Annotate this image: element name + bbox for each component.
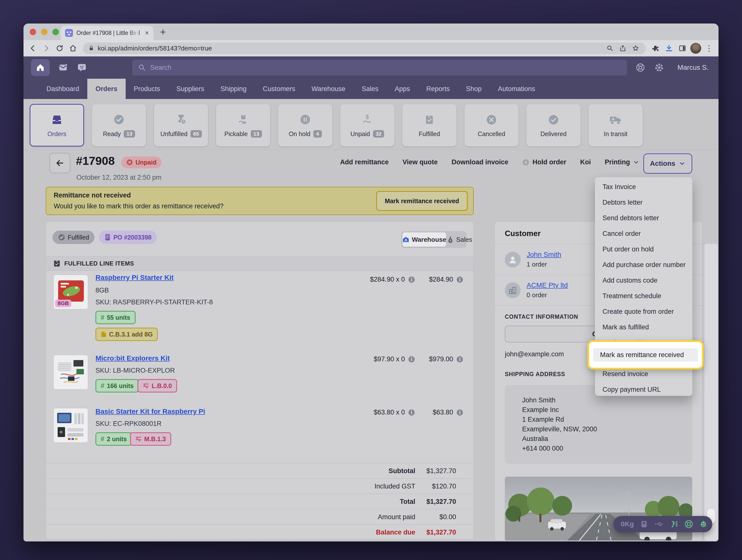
product-link[interactable]: Raspberry Pi Starter Kit bbox=[96, 274, 174, 282]
mark-remittance-received-button[interactable]: Mark remittance received bbox=[376, 191, 468, 211]
box-check-icon bbox=[424, 113, 435, 125]
browser-menu-icon[interactable]: ⋮ bbox=[704, 44, 714, 53]
nav-dashboard[interactable]: Dashboard bbox=[38, 79, 87, 99]
forward-icon[interactable] bbox=[41, 43, 52, 54]
address-bar[interactable]: koi.app/admin/orders/58143?demo=true bbox=[83, 43, 646, 54]
highlighted-menu-item-mark-as-remittance-received[interactable]: Mark as remittance received bbox=[593, 348, 698, 362]
browser-profile-avatar[interactable] bbox=[690, 43, 701, 54]
product-link[interactable]: Micro:bit Explorers Kit bbox=[96, 354, 170, 362]
nav-reports[interactable]: Reports bbox=[418, 79, 458, 99]
home-icon[interactable] bbox=[67, 43, 78, 54]
filter-in-transit[interactable]: In transit bbox=[588, 104, 643, 147]
nav-customers[interactable]: Customers bbox=[255, 79, 304, 99]
location-badge[interactable]: M.B.1.3 bbox=[130, 432, 171, 446]
filter-on-hold[interactable]: On hold 4 bbox=[278, 104, 332, 147]
maximize-window-button[interactable] bbox=[52, 29, 59, 35]
printing-dropdown[interactable]: Printing bbox=[605, 158, 639, 166]
toggle-warehouse[interactable]: Warehouse bbox=[403, 233, 446, 247]
user-name[interactable]: Marcus S. bbox=[678, 64, 708, 71]
extensions-icon[interactable] bbox=[650, 43, 661, 54]
back-icon[interactable] bbox=[28, 43, 38, 54]
product-image[interactable] bbox=[53, 408, 88, 443]
menu-item-copy-payment-url[interactable]: Copy payment URL bbox=[595, 382, 692, 396]
share-icon[interactable] bbox=[618, 43, 628, 54]
nav-products[interactable]: Products bbox=[126, 79, 168, 99]
menu-item-add-customs-code[interactable]: Add customs code bbox=[595, 273, 692, 288]
note-badge[interactable]: C.B.3.1 add 8G bbox=[96, 327, 158, 341]
new-tab-button[interactable]: + bbox=[160, 27, 166, 38]
global-search-input[interactable]: Search bbox=[132, 60, 627, 75]
nav-automations[interactable]: Automations bbox=[490, 79, 543, 99]
browser-tab[interactable]: Order #17908 | Little Bird Elec × bbox=[61, 26, 153, 40]
scrollbar-track[interactable] bbox=[704, 244, 718, 541]
menu-item-send-debtors-letter[interactable]: Send debtors letter bbox=[595, 210, 692, 226]
company-name-link[interactable]: ACME Pty ltd bbox=[527, 282, 568, 289]
scale-icon[interactable] bbox=[640, 519, 648, 529]
toggle-sales[interactable]: $ Sales bbox=[447, 233, 472, 247]
nav-apps[interactable]: Apps bbox=[386, 79, 418, 99]
order-number: #17908 bbox=[76, 154, 115, 167]
nav-sales[interactable]: Sales bbox=[354, 79, 386, 99]
nav-shop[interactable]: Shop bbox=[458, 79, 490, 99]
koi-button[interactable]: Koi bbox=[580, 158, 591, 166]
address-line: +614 000 000 bbox=[522, 444, 685, 453]
view-quote-button[interactable]: View quote bbox=[403, 158, 437, 166]
filter-unfulfilled[interactable]: Unfulfilled 65 bbox=[154, 104, 208, 147]
back-button[interactable] bbox=[49, 153, 70, 173]
product-link[interactable]: Basic Starter Kit for Raspberry Pi bbox=[96, 408, 205, 415]
menu-item-create-quote-from-order[interactable]: Create quote from order bbox=[595, 304, 692, 319]
hold-order-button[interactable]: Hold order bbox=[522, 158, 566, 166]
customer-name-link[interactable]: John Smith bbox=[527, 251, 561, 259]
menu-item-add-purchase-order-number[interactable]: Add purchase order number bbox=[595, 257, 692, 273]
nav-suppliers[interactable]: Suppliers bbox=[168, 79, 212, 99]
po-number-badge[interactable]: PO #2003398 bbox=[99, 231, 157, 244]
filter-fulfilled[interactable]: Fulfilled bbox=[402, 104, 457, 147]
app-home-button[interactable] bbox=[31, 59, 50, 76]
side-panel-icon[interactable] bbox=[677, 43, 688, 54]
bookmark-star-icon[interactable] bbox=[631, 43, 640, 54]
barcode-scanner-icon[interactable] bbox=[670, 519, 679, 529]
menu-item-mark-as-fulfilled[interactable]: Mark as fulfilled bbox=[595, 319, 692, 335]
menu-item-cancel-order[interactable]: Cancel order bbox=[595, 226, 692, 242]
download-icon[interactable] bbox=[664, 43, 675, 54]
product-image[interactable]: 8GB bbox=[53, 275, 88, 309]
filter-orders[interactable]: Orders bbox=[30, 104, 84, 147]
location-badge[interactable]: L.B.0.0 bbox=[138, 379, 177, 393]
settings-gear-icon[interactable] bbox=[654, 62, 665, 73]
filter-unpaid[interactable]: $ Unpaid 32 bbox=[340, 104, 394, 147]
filter-delivered[interactable]: Delivered bbox=[526, 104, 581, 147]
units-badge[interactable]: # 2 units bbox=[96, 432, 132, 446]
usb-icon[interactable] bbox=[654, 519, 664, 529]
product-image[interactable] bbox=[53, 355, 88, 390]
download-invoice-button[interactable]: Download invoice bbox=[452, 158, 508, 166]
filter-count-badge: 65 bbox=[191, 130, 202, 138]
nav-shipping[interactable]: Shipping bbox=[212, 79, 255, 99]
actions-button[interactable]: Actions bbox=[643, 153, 692, 174]
nav-orders[interactable]: Orders bbox=[87, 79, 126, 99]
menu-item-debtors-letter[interactable]: Debtors letter bbox=[595, 195, 692, 210]
nav-warehouse[interactable]: Warehouse bbox=[303, 79, 354, 99]
zoom-page-icon[interactable] bbox=[605, 43, 615, 54]
close-tab-icon[interactable]: × bbox=[145, 30, 149, 36]
close-window-button[interactable] bbox=[30, 29, 36, 35]
filter-ready[interactable]: Ready 13 bbox=[92, 104, 146, 147]
filter-pickable[interactable]: Pickable 13 bbox=[216, 104, 270, 147]
minimize-window-button[interactable] bbox=[41, 29, 48, 35]
lifebuoy-icon[interactable] bbox=[684, 519, 693, 529]
units-badge[interactable]: # 166 units bbox=[96, 379, 139, 393]
units-badge[interactable]: # 55 units bbox=[96, 311, 136, 324]
menu-item-put-order-on-hold[interactable]: Put order on hold bbox=[595, 242, 692, 257]
order-status-badge: Unpaid bbox=[121, 156, 161, 168]
add-remittance-button[interactable]: Add remittance bbox=[340, 158, 389, 166]
koi-robot-icon[interactable] bbox=[699, 519, 708, 529]
menu-item-tax-invoice[interactable]: Tax Invoice bbox=[595, 179, 692, 195]
help-lifebuoy-icon[interactable] bbox=[635, 62, 646, 73]
menu-item-treatment-schedule[interactable]: Treatment schedule bbox=[595, 288, 692, 304]
line-total: $63.80 bbox=[433, 409, 464, 416]
chat-bubble-icon[interactable] bbox=[76, 62, 87, 73]
shelf-icon bbox=[143, 383, 149, 389]
total-row-subtotal: Subtotal $1,327.70 bbox=[46, 463, 473, 478]
inbox-mail-icon[interactable] bbox=[58, 62, 68, 73]
reload-icon[interactable] bbox=[54, 43, 65, 54]
filter-cancelled[interactable]: Cancelled bbox=[464, 104, 519, 147]
